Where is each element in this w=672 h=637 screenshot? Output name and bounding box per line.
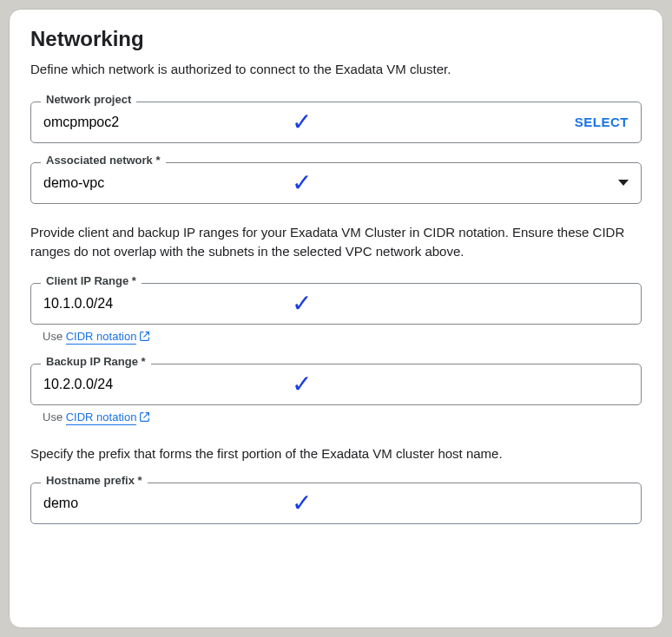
- client-ip-range-field: Client IP Range * ✓ Use CIDR notation: [30, 283, 642, 343]
- associated-network-input[interactable]: [43, 175, 269, 191]
- client-ip-range-input[interactable]: [43, 296, 269, 312]
- select-button[interactable]: SELECT: [575, 115, 629, 129]
- associated-network-label: Associated network *: [41, 154, 166, 167]
- backup-ip-range-input[interactable]: [43, 377, 269, 392]
- client-ip-range-box[interactable]: ✓: [30, 283, 642, 325]
- backup-ip-hint: Use CIDR notation: [43, 410, 642, 424]
- cidr-link[interactable]: CIDR notation: [66, 410, 137, 425]
- checkmark-icon: ✓: [292, 491, 312, 516]
- hostname-desc: Specify the prefix that forms the first …: [30, 444, 642, 463]
- ip-ranges-desc: Provide client and backup IP ranges for …: [30, 223, 642, 261]
- cidr-link[interactable]: CIDR notation: [66, 330, 137, 345]
- backup-ip-range-label: Backup IP Range *: [41, 355, 151, 368]
- page-title: Networking: [30, 27, 642, 51]
- checkmark-icon: ✓: [292, 372, 312, 397]
- client-ip-range-label: Client IP Range *: [41, 274, 142, 287]
- network-project-label: Network project: [41, 93, 136, 106]
- checkmark-icon: ✓: [292, 110, 312, 135]
- network-project-box[interactable]: ✓ SELECT: [30, 102, 642, 143]
- checkmark-icon: ✓: [292, 292, 312, 316]
- network-project-field: Network project ✓ SELECT: [30, 102, 642, 143]
- backup-ip-range-box[interactable]: ✓: [30, 364, 642, 405]
- external-link-icon: [139, 331, 150, 342]
- backup-ip-range-field: Backup IP Range * ✓ Use CIDR notation: [30, 364, 642, 424]
- chevron-down-icon[interactable]: [618, 180, 629, 186]
- checkmark-icon: ✓: [292, 171, 312, 195]
- associated-network-box[interactable]: ✓: [30, 162, 642, 204]
- networking-panel: Networking Define which network is autho…: [9, 9, 663, 628]
- hostname-prefix-label: Hostname prefix *: [41, 474, 148, 487]
- intro-text: Define which network is authorized to co…: [30, 60, 642, 79]
- hostname-prefix-input[interactable]: [43, 496, 269, 511]
- associated-network-field: Associated network * ✓: [30, 162, 642, 204]
- external-link-icon: [139, 411, 150, 423]
- network-project-input[interactable]: [43, 115, 269, 130]
- hostname-prefix-box[interactable]: ✓: [30, 483, 642, 524]
- client-ip-hint: Use CIDR notation: [43, 330, 642, 343]
- hostname-prefix-field: Hostname prefix * ✓: [30, 483, 642, 524]
